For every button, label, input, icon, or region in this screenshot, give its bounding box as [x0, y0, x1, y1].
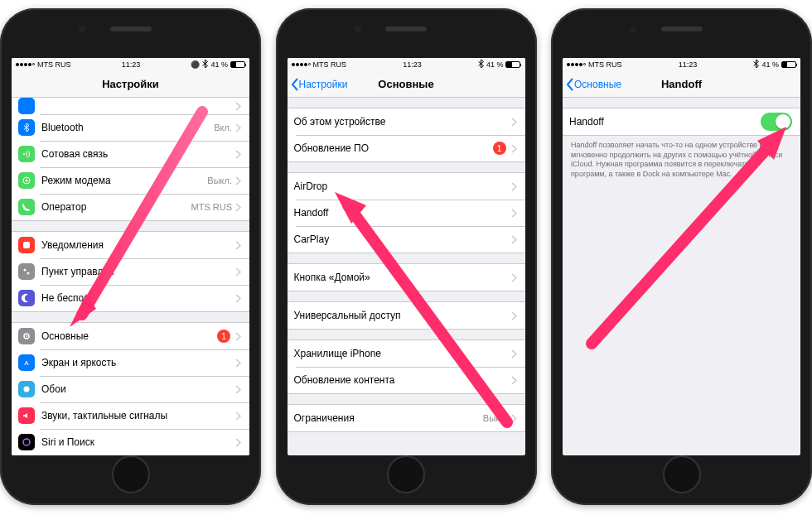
phone-handoff: MTS RUS 11:23 41 % Основные Handoff Hand…	[551, 8, 812, 505]
signal-icon	[292, 63, 311, 66]
hotspot-icon	[18, 172, 35, 189]
back-button[interactable]: Основные	[566, 71, 621, 97]
page-title: Основные	[378, 78, 433, 90]
row-value: MTS RUS	[191, 202, 233, 212]
row-airdrop[interactable]: AirDrop	[288, 173, 525, 200]
battery-pct: 41 %	[761, 60, 779, 69]
wallpaper-icon	[18, 381, 35, 397]
row-label: Handoff	[294, 207, 511, 219]
screen-general: MTS RUS 11:23 41 % Настройки Основные Об…	[288, 58, 525, 455]
chevron-right-icon	[235, 241, 241, 250]
battery-pct: 41 %	[486, 60, 504, 69]
cellular-icon	[18, 146, 35, 162]
wifi-icon	[18, 98, 35, 114]
row-handoff-toggle[interactable]: Handoff	[563, 108, 800, 135]
handoff-toggle[interactable]	[761, 113, 792, 131]
settings-list[interactable]: Bluetooth Вкл. Сотовая связь Режим модем…	[12, 98, 249, 455]
row-handoff[interactable]: Handoff	[288, 200, 525, 226]
camera-dot	[79, 26, 85, 33]
row-cellular[interactable]: Сотовая связь	[12, 141, 249, 167]
row-label: Хранилище iPhone	[294, 348, 511, 359]
row-wifi[interactable]	[12, 98, 249, 114]
row-software-update[interactable]: Обновление ПО 1	[288, 135, 525, 161]
row-about[interactable]: Об этом устройстве	[288, 108, 525, 135]
signal-icon	[16, 63, 35, 66]
back-label: Основные	[574, 79, 621, 90]
chevron-right-icon	[511, 118, 517, 127]
general-list[interactable]: Об этом устройстве Обновление ПО 1 AirDr…	[288, 98, 525, 455]
chevron-right-icon	[235, 385, 241, 394]
svg-point-10	[23, 439, 30, 445]
bluetooth-icon	[753, 60, 759, 70]
row-storage[interactable]: Хранилище iPhone	[288, 340, 525, 367]
row-hotspot[interactable]: Режим модема Выкл.	[12, 167, 249, 194]
row-sounds[interactable]: Звуки, тактильные сигналы	[12, 402, 249, 429]
bluetooth-icon	[478, 60, 484, 70]
chevron-right-icon	[235, 203, 241, 212]
chevron-right-icon	[511, 182, 517, 191]
chevron-right-icon	[235, 102, 241, 111]
row-carplay[interactable]: CarPlay	[288, 226, 525, 253]
bt-icon: ⚫	[191, 60, 200, 69]
status-bar: MTS RUS 11:23 41 %	[288, 58, 525, 71]
row-siri[interactable]: Siri и Поиск	[12, 429, 249, 455]
row-background-refresh[interactable]: Обновление контента	[288, 367, 525, 393]
notifications-icon	[18, 237, 35, 253]
clock: 11:23	[679, 60, 698, 69]
back-button[interactable]: Настройки	[291, 71, 348, 97]
chevron-right-icon	[511, 273, 517, 282]
clock: 11:23	[403, 60, 422, 69]
moon-icon	[18, 290, 35, 306]
svg-point-7	[26, 335, 27, 337]
screen-settings: MTS RUS 11:23 ⚫ 41 % Настройки	[12, 58, 249, 455]
phone-general: MTS RUS 11:23 41 % Настройки Основные Об…	[276, 8, 537, 505]
chevron-right-icon	[511, 209, 517, 218]
row-label: CarPlay	[294, 233, 511, 245]
row-dnd[interactable]: Не беспоко	[12, 285, 249, 311]
badge: 1	[493, 142, 506, 155]
row-label: Звуки, тактильные сигналы	[41, 410, 235, 421]
svg-point-9	[24, 387, 30, 392]
chevron-right-icon	[235, 123, 241, 132]
row-label: Оператор	[41, 201, 191, 213]
row-label: Не беспоко	[41, 292, 235, 304]
chevron-right-icon	[511, 414, 517, 423]
phone-settings: MTS RUS 11:23 ⚫ 41 % Настройки	[0, 8, 261, 505]
row-label: Siri и Поиск	[41, 436, 235, 448]
row-label: Handoff	[569, 116, 761, 128]
chevron-right-icon	[235, 150, 241, 159]
row-label: Обновление ПО	[294, 142, 493, 154]
bluetooth-icon	[18, 119, 35, 136]
row-home-button[interactable]: Кнопка «Домой»	[288, 264, 525, 291]
siri-icon	[18, 434, 35, 450]
row-value: Выкл.	[483, 413, 508, 423]
row-label: Режим модема	[41, 175, 207, 186]
control-center-icon	[18, 263, 35, 280]
row-label: Обои	[41, 383, 235, 395]
chevron-right-icon	[235, 359, 241, 368]
row-notifications[interactable]: Уведомления	[12, 232, 249, 258]
row-label: Пункт управлен	[41, 266, 235, 277]
battery-pct: 41 %	[210, 60, 228, 69]
row-label: Уведомления	[41, 239, 235, 251]
row-display[interactable]: A Экран и яркость	[12, 349, 249, 376]
row-carrier[interactable]: Оператор MTS RUS	[12, 194, 249, 220]
carrier-text: MTS RUS	[313, 60, 347, 69]
chevron-right-icon	[511, 235, 517, 244]
row-restrictions[interactable]: Ограничения Выкл.	[288, 405, 525, 431]
row-label: Bluetooth	[41, 122, 214, 133]
chevron-right-icon	[235, 294, 241, 303]
nav-bar: Настройки	[12, 71, 249, 98]
chevron-right-icon	[235, 267, 241, 277]
svg-text:A: A	[24, 359, 29, 367]
row-control-center[interactable]: Пункт управлен	[12, 258, 249, 285]
battery-icon	[230, 61, 245, 68]
row-general[interactable]: Основные 1	[12, 323, 249, 349]
row-label: Кнопка «Домой»	[294, 272, 511, 283]
row-accessibility[interactable]: Универсальный доступ	[288, 302, 525, 329]
svg-point-1	[26, 180, 28, 182]
row-wallpaper[interactable]: Обои	[12, 376, 249, 402]
badge: 1	[217, 330, 230, 343]
row-bluetooth[interactable]: Bluetooth Вкл.	[12, 114, 249, 141]
svg-point-4	[24, 269, 27, 272]
